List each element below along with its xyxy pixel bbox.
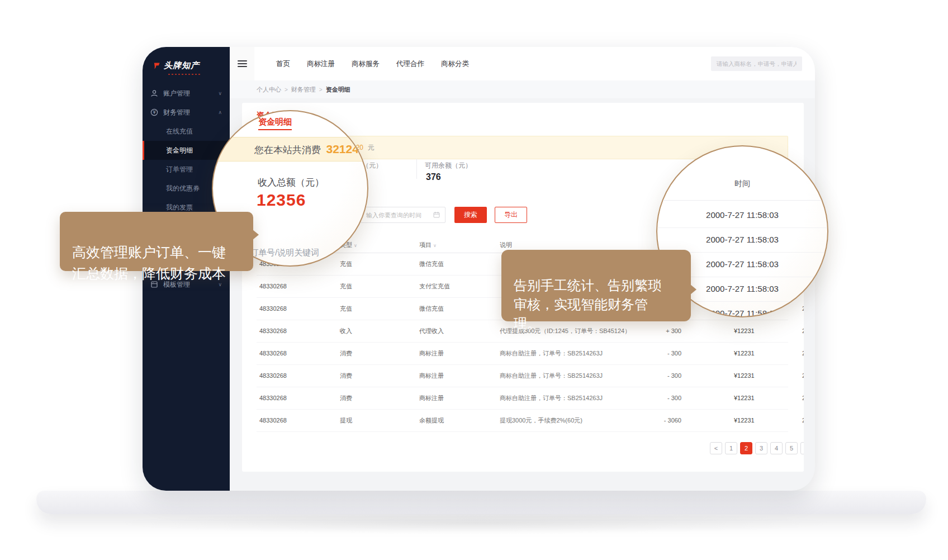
- export-button[interactable]: 导出: [495, 207, 527, 223]
- cell-type: 收入: [340, 320, 352, 342]
- callout-arrow-icon: [690, 284, 696, 295]
- cell-balance: ¥12231: [734, 365, 755, 387]
- magnified-time-value: 2000-7-27 11:58:03: [657, 203, 827, 228]
- cell-order: 48330268: [259, 276, 287, 297]
- cell-balance: ¥12231: [734, 320, 755, 342]
- pagination-page-1[interactable]: 1: [725, 442, 737, 454]
- sidebar-item-funds-detail[interactable]: 资金明细: [143, 141, 230, 160]
- breadcrumb-current-page: 资金明细: [326, 86, 350, 94]
- brand-logo: 头牌知产: [153, 60, 200, 71]
- sidebar-item-label: 账户管理: [163, 89, 190, 98]
- cell-type: 充值: [340, 253, 352, 275]
- brand-tagline-decoration: [168, 74, 201, 75]
- callout-left: 高效管理账户订单、一键 汇总数据，降低财务成本: [60, 212, 253, 271]
- cell-time-clipped: 2000-7-27 11:58:03: [802, 410, 804, 431]
- magnified-header-divider: [657, 200, 827, 201]
- cell-amount: - 300: [642, 365, 681, 387]
- pagination: < 1 2 3 4 5 >: [710, 442, 804, 454]
- trademark-search-input[interactable]: [711, 56, 802, 71]
- menu-toggle-button[interactable]: [230, 47, 254, 80]
- pagination-page-2-active[interactable]: 2: [740, 442, 752, 454]
- cell-desc: 商标自助注册，订单号：SB2514263J: [500, 387, 651, 409]
- calendar-icon: [433, 211, 440, 218]
- cell-type: 充值: [340, 298, 352, 320]
- nav-item-trademark-service[interactable]: 商标服务: [343, 59, 388, 69]
- cell-project: 商标注册: [419, 365, 444, 387]
- cell-amount: + 300: [642, 320, 681, 342]
- header-project-sortable[interactable]: 项目∨: [419, 237, 437, 254]
- cell-amount: - 300: [642, 387, 681, 409]
- cell-type: 消费: [340, 365, 352, 387]
- sidebar-item-account[interactable]: 账户管理 ∨: [143, 84, 230, 103]
- income-total-label: 收入总额（元）: [258, 176, 324, 189]
- laptop-base: [36, 491, 926, 514]
- nav-item-trademark-category[interactable]: 商标分类: [433, 59, 477, 69]
- pagination-prev-button[interactable]: <: [710, 442, 722, 454]
- chevron-down-icon: ∨: [218, 91, 222, 96]
- callout-right: 告别手工统计、告别繁琐 审核，实现智能财务管 理。: [501, 250, 691, 321]
- cell-type: 消费: [340, 387, 352, 409]
- pagination-page-3[interactable]: 3: [755, 442, 767, 454]
- magnified-consumption-banner: 您在本站共消费 32124 元: [213, 137, 367, 162]
- nav-item-agent-cooperation[interactable]: 代理合作: [388, 59, 433, 69]
- magnified-time-header: 时间: [657, 179, 827, 189]
- laptop-floor-shadow: [106, 512, 844, 534]
- nav-item-home[interactable]: 首页: [268, 59, 298, 69]
- svg-text:¥: ¥: [153, 110, 155, 115]
- pagination-next-button-clipped[interactable]: >: [800, 442, 804, 454]
- magnified-time-value: 2000-7-27 11:58:03: [657, 227, 827, 253]
- sidebar-item-online-recharge[interactable]: 在线充值: [143, 122, 230, 141]
- cell-order: 48330268: [259, 298, 287, 320]
- sidebar-item-finance[interactable]: ¥ 财务管理 ∧: [143, 103, 230, 122]
- pagination-page-4[interactable]: 4: [770, 442, 783, 454]
- breadcrumb-personal-center[interactable]: 个人中心: [257, 86, 281, 94]
- cell-order: 48330268: [259, 320, 287, 342]
- cell-order: 48330268: [259, 410, 287, 431]
- available-balance-value: 376: [426, 172, 441, 182]
- magnified-title-underline: [258, 129, 292, 130]
- cell-type: 提现: [340, 410, 352, 431]
- cell-order: 48330268: [259, 387, 287, 409]
- cell-project: 商标注册: [419, 343, 444, 364]
- cell-desc: 提现3000元，手续费2%(60元): [500, 410, 651, 431]
- cell-order: 48330268: [259, 343, 287, 364]
- cell-desc: 商标自助注册，订单号：SB2514263J: [500, 365, 651, 387]
- page-background: 头牌知产 账户管理 ∨ ¥ 财务管理: [0, 0, 948, 560]
- cell-balance: ¥12231: [734, 343, 755, 364]
- magnified-order-keyword-header: 订单号/说明关键词: [250, 248, 319, 258]
- consumption-amount: 32124: [326, 143, 358, 155]
- consumption-unit: 元: [367, 144, 374, 151]
- cell-type: 消费: [340, 343, 352, 364]
- pagination-page-5[interactable]: 5: [785, 442, 798, 454]
- brand-name: 头牌知产: [164, 60, 200, 71]
- menu-icon: [238, 59, 247, 69]
- sidebar-item-label: 财务管理: [163, 108, 190, 117]
- sort-caret-icon: ∨: [354, 243, 357, 248]
- cell-amount: - 300: [642, 343, 681, 364]
- cell-project: 余额提现: [419, 410, 444, 431]
- breadcrumb-separator: >: [319, 87, 323, 93]
- table-row: 48330268 消费 商标注册 商标自助注册，订单号：SB2514263J -…: [257, 343, 788, 365]
- available-balance-label: 可用余额（元）: [425, 161, 472, 170]
- breadcrumb: 个人中心 > 财务管理 > 资金明细: [230, 80, 815, 98]
- stat-divider: [416, 159, 417, 179]
- cell-desc: 商标自助注册，订单号：SB2514263J: [500, 343, 651, 364]
- income-total-value: 12356: [257, 191, 306, 210]
- search-button[interactable]: 搜索: [454, 207, 487, 223]
- chevron-up-icon: ∧: [218, 110, 222, 115]
- finance-icon: ¥: [150, 108, 158, 116]
- consumption-prefix: 您在本站共消费: [254, 145, 321, 155]
- cell-amount: - 3060: [642, 410, 681, 431]
- top-navbar: 首页 商标注册 商标服务 代理合作 商标分类: [230, 47, 815, 81]
- cell-project: 微信充值: [419, 298, 444, 320]
- breadcrumb-finance[interactable]: 财务管理: [291, 86, 316, 94]
- table-row: 48330268 消费 商标注册 商标自助注册，订单号：SB2514263J -…: [257, 387, 788, 410]
- cell-project: 支付宝充值: [419, 276, 450, 297]
- callout-left-text: 高效管理账户订单、一键 汇总数据，降低财务成本: [72, 244, 226, 281]
- callout-arrow-icon: [253, 230, 259, 240]
- nav-item-trademark-register[interactable]: 商标注册: [298, 59, 343, 69]
- cell-order: 48330268: [259, 365, 287, 387]
- cell-project: 商标注册: [419, 387, 444, 409]
- cell-time-clipped: 2000-7-27 11:58:03: [802, 320, 804, 342]
- breadcrumb-separator: >: [285, 87, 288, 93]
